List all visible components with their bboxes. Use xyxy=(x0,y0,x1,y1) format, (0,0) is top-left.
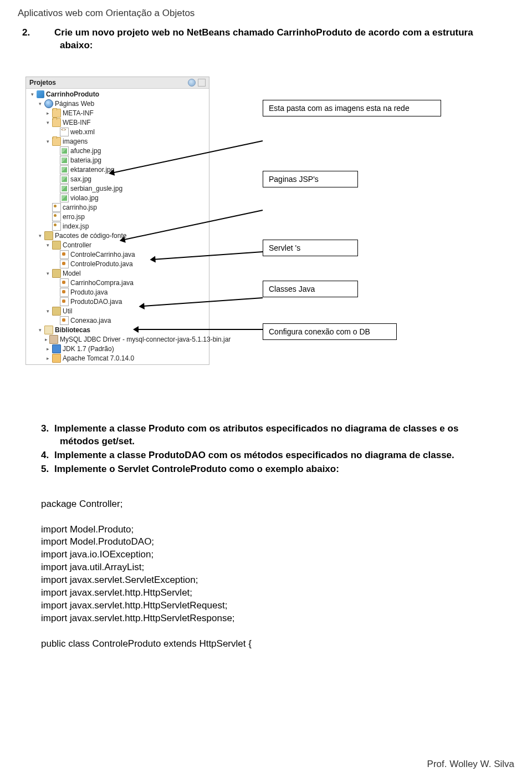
image-file-icon xyxy=(60,194,69,202)
package-icon xyxy=(52,269,61,278)
code-import: import javax.servlet.http.HttpServletReq… xyxy=(41,600,491,612)
folder-icon xyxy=(52,109,61,118)
callout-jsp: Paginas JSP's xyxy=(263,171,358,187)
window-icon xyxy=(188,79,196,87)
tree-imagens[interactable]: imagens xyxy=(63,138,88,145)
java-file-icon xyxy=(60,260,69,268)
libraries-icon xyxy=(44,326,53,334)
steps-3-5: 3.Implemente a classe Produto com os atr… xyxy=(41,423,491,476)
step-2-number: 2. xyxy=(41,27,54,39)
java-file-icon xyxy=(60,288,69,297)
code-import: import java.io.IOException; xyxy=(41,549,491,561)
tree-img-file[interactable]: serbian_gusle.jpg xyxy=(70,185,122,192)
tree-lib-item[interactable]: MySQL JDBC Driver - mysql-connector-java… xyxy=(60,336,231,343)
tree-model[interactable]: Model xyxy=(63,270,81,277)
code-import: import Model.Produto; xyxy=(41,524,491,536)
image-file-icon xyxy=(60,165,69,174)
close-icon xyxy=(198,79,206,87)
project-icon xyxy=(37,90,44,98)
folder-icon xyxy=(52,137,61,146)
source-packages-icon xyxy=(44,231,53,240)
java-file-icon xyxy=(60,316,69,325)
figure-wrap: Projetos ▾CarrinhoProduto ▾Páginas Web ▸… xyxy=(41,77,491,415)
tomcat-icon xyxy=(52,354,61,363)
tree-java-file[interactable]: ControleProduto.java xyxy=(70,260,133,268)
tree-jsp-file[interactable]: index.jsp xyxy=(63,222,89,230)
callout-imagens: Esta pasta com as imagens esta na rede xyxy=(263,100,441,116)
tree-paginas-web[interactable]: Páginas Web xyxy=(55,100,94,108)
code-import: import javax.servlet.ServletException; xyxy=(41,574,491,587)
tree-bibliotecas[interactable]: Bibliotecas xyxy=(55,326,90,334)
tree-meta-inf[interactable]: META-INF xyxy=(63,109,94,117)
jsp-file-icon xyxy=(52,212,61,221)
tree-lib-item[interactable]: JDK 1.7 (Padrão) xyxy=(63,345,114,353)
tree-controller[interactable]: Controller xyxy=(63,241,91,249)
image-file-icon xyxy=(60,184,69,193)
callout-conexao: Configura conexão com o DB xyxy=(263,323,397,340)
tree-java-file[interactable]: Conexao.java xyxy=(70,317,111,324)
callout-servlets: Servlet 's xyxy=(263,240,358,256)
jsp-file-icon xyxy=(52,203,61,212)
tree-img-file[interactable]: sax.jpg xyxy=(70,175,91,183)
step-2: 2.Crie um novo projeto web no NetBeans c… xyxy=(41,27,491,52)
tree-lib-item[interactable]: Apache Tomcat 7.0.14.0 xyxy=(63,354,134,362)
page-header: Aplicativos web com Orientação a Objetos xyxy=(18,8,195,19)
code-import: import Model.ProdutoDAO; xyxy=(41,536,491,549)
code-package: package Controller; xyxy=(41,498,491,511)
callout-classes: Classes Java xyxy=(263,281,358,297)
tree-jsp-file[interactable]: erro.jsp xyxy=(63,213,85,221)
projects-panel-title: Projetos xyxy=(29,79,56,87)
step-3: 3.Implemente a classe Produto com os atr… xyxy=(41,423,491,448)
image-file-icon xyxy=(60,156,69,165)
folder-icon xyxy=(52,118,61,127)
jar-icon xyxy=(49,335,58,344)
tree-java-file[interactable]: CarrinhoCompra.java xyxy=(70,279,134,287)
tree-web-inf[interactable]: WEB-INF xyxy=(63,119,91,126)
tree-web-xml[interactable]: web.xml xyxy=(70,128,95,136)
page-footer: Prof. Wolley W. Silva xyxy=(427,759,514,770)
code-import: import java.util.ArrayList; xyxy=(41,561,491,574)
projects-panel: Projetos ▾CarrinhoProduto ▾Páginas Web ▸… xyxy=(25,77,209,365)
step-4: 4.Implemente a classe ProdutoDAO com os … xyxy=(41,449,491,462)
java-file-icon xyxy=(60,297,69,306)
tree-java-file[interactable]: Produto.java xyxy=(70,288,108,296)
code-import: import javax.servlet.http.HttpServlet; xyxy=(41,587,491,600)
step-2-text: Crie um novo projeto web no NetBeans cha… xyxy=(54,27,473,50)
tree-util[interactable]: Util xyxy=(63,307,72,315)
tree-java-file[interactable]: ProdutoDAO.java xyxy=(70,298,122,306)
code-block: package Controller; import Model.Produto… xyxy=(41,498,491,651)
tree-java-file[interactable]: ControleCarrinho.java xyxy=(70,251,135,258)
code-class-decl: public class ControleProduto extends Htt… xyxy=(41,638,491,651)
tree-root[interactable]: CarrinhoProduto xyxy=(46,90,99,98)
projects-panel-title-bar: Projetos xyxy=(26,77,209,89)
tree-img-file[interactable]: bateria.jpg xyxy=(70,156,101,164)
package-icon xyxy=(52,307,61,316)
jsp-file-icon xyxy=(52,222,61,231)
xml-file-icon xyxy=(60,128,69,136)
image-file-icon xyxy=(60,146,69,155)
java-file-icon xyxy=(60,278,69,287)
web-pages-icon xyxy=(44,99,53,108)
java-file-icon xyxy=(60,250,69,259)
image-file-icon xyxy=(60,175,69,184)
step-5: 5.Implemente o Servlet ControleProduto c… xyxy=(41,463,491,476)
arrow-conexao xyxy=(135,329,263,330)
code-import: import javax.servlet.http.HttpServletRes… xyxy=(41,612,491,625)
jdk-icon xyxy=(52,344,61,353)
package-icon xyxy=(52,241,61,250)
tree-img-file[interactable]: afuche.jpg xyxy=(70,147,101,155)
tree-jsp-file[interactable]: carrinho.jsp xyxy=(63,204,97,211)
tree-img-file[interactable]: violao.jpg xyxy=(70,194,99,202)
